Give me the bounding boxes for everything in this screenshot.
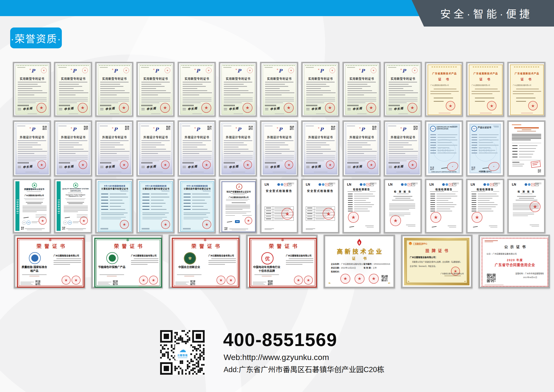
red-seal-stamp: ★	[226, 276, 235, 285]
text-line-bar	[226, 199, 250, 200]
cma-mark: CMA	[531, 183, 535, 186]
corner-flourish: ❧	[388, 281, 391, 285]
text-line-bar	[452, 183, 459, 183]
text-line-bar	[100, 84, 120, 85]
text-line-bar	[275, 113, 284, 114]
text-line-bar	[141, 167, 145, 168]
text-line-bar	[306, 105, 318, 106]
text-line-bar	[306, 149, 331, 150]
text-line-bar	[177, 274, 201, 275]
text-line-bar	[183, 95, 199, 95]
text-line-bar	[389, 110, 392, 110]
text-line-bar	[211, 258, 236, 259]
text-line-bar	[512, 124, 521, 125]
text-line-bar	[406, 225, 416, 225]
text-line-bar	[58, 67, 67, 68]
certificate-content: ❁荣誉证书优中国电动车充换电行业十佳名优品牌广州云酷智能设备有限公司★★	[249, 238, 317, 288]
text-line-bar	[134, 258, 159, 259]
text-line-bar	[471, 191, 485, 192]
certificate-content: ✳P外观设计专利证书申长雨★	[304, 123, 337, 175]
text-line-bar	[208, 260, 236, 261]
text-line-bar	[225, 206, 250, 207]
text-line-bar	[20, 283, 31, 284]
text-line-bar	[436, 211, 452, 211]
text-line-bar	[100, 95, 117, 95]
red-seal-stamp: ★	[371, 68, 376, 73]
patent-logo-p: P	[72, 126, 76, 132]
text-line-bar	[22, 210, 47, 211]
certificate-content: ✳P★实用新型专利证书申长雨★	[98, 64, 131, 115]
website-url: Web:http://www.gzyunku.com	[224, 353, 329, 362]
utility-model-patent-certificate: ✳P★实用新型专利证书申长雨★	[301, 62, 339, 117]
certificate-title: 计算机软件著作权登记证书	[139, 187, 173, 190]
text-line-bar	[141, 142, 161, 143]
text-line-bar	[100, 153, 117, 154]
text-line-bar	[395, 198, 410, 199]
certificate-title: QUALITY MANAGEMENT SYSTEM CERTIFICATE	[62, 188, 89, 192]
text-line-bar	[25, 172, 39, 172]
text-line-bar	[29, 276, 39, 276]
text-line-bar	[286, 262, 313, 263]
issuing-authority: 中华人民共和国国家版权局	[139, 185, 173, 187]
public-notice-certificate: 公示证书公示：广州云酷智能设备有限公司2020 年度广东省守合同重信用企业监管机…	[478, 235, 550, 288]
text-line-bar	[183, 149, 207, 150]
qr-code	[35, 280, 40, 285]
text-line-bar	[141, 157, 170, 158]
cqc-logo: CQC	[471, 126, 477, 132]
text-line-bar	[306, 142, 326, 143]
text-line-bar	[536, 184, 541, 184]
red-seal-stamp: ★	[62, 276, 71, 285]
field-label: 有 效 期：	[364, 267, 373, 269]
text-line-bar	[141, 102, 159, 103]
signature-stroke	[227, 221, 232, 222]
qr-code	[414, 126, 418, 130]
text-line-bar	[101, 203, 108, 203]
text-line-bar	[389, 162, 400, 163]
text-line-bar	[59, 142, 79, 143]
text-line-bar	[58, 126, 67, 126]
text-line-bar	[354, 211, 370, 211]
text-line-bar	[288, 183, 294, 183]
text-line-bar	[141, 162, 153, 163]
award-badge: ✾	[184, 252, 196, 265]
text-line-bar	[439, 113, 450, 113]
text-line-bar	[306, 229, 313, 230]
company-name: 广州云酷智能设备有限公司	[208, 254, 236, 257]
qr-code	[487, 274, 496, 282]
text-line-bar	[475, 89, 498, 89]
text-line-bar	[389, 214, 410, 215]
company-name: 广州云酷智能设备有限公司	[21, 194, 47, 196]
patent-logo-sparks: ✳	[71, 68, 72, 71]
certificate-title: 实用新型专利证书	[98, 77, 131, 81]
text-line-bar	[471, 142, 477, 143]
text-line-bar	[183, 86, 206, 87]
text-line-bar	[183, 90, 207, 91]
certificate-title: 实用新型专利证书	[387, 77, 419, 81]
text-line-bar	[68, 193, 82, 193]
text-line-bar	[59, 166, 62, 167]
lab-logo-circle	[401, 183, 404, 186]
text-line-bar	[347, 149, 372, 150]
text-line-bar	[306, 88, 321, 89]
red-seal-stamp: ★	[446, 101, 455, 111]
text-line-bar	[17, 65, 48, 66]
text-line-bar	[224, 161, 242, 161]
table-col-line	[273, 207, 273, 220]
utility-model-patent-certificate: ✳P★实用新型专利证书申长雨★	[219, 62, 257, 117]
qr-logo-caption: 云酷智能	[177, 353, 188, 357]
text-line-bar	[519, 154, 533, 154]
certificate-content: 广东股权交易中心挂牌证书广州云酷智能设备有限公司：同意贵公司在广东股权交易中心挂…	[404, 238, 470, 285]
cert-body-logo	[73, 183, 78, 188]
text-line-bar	[493, 126, 499, 126]
text-line-bar	[54, 264, 70, 265]
red-seal-stamp: ★	[329, 68, 335, 73]
patent-logo-sparks: ✳	[235, 127, 237, 129]
text-line-bar	[216, 286, 226, 286]
red-seal-stamp: ★	[285, 161, 293, 169]
text-line-bar	[273, 172, 286, 172]
text-line-bar	[265, 98, 294, 98]
certificate-title: 广东省高新技术产品	[428, 72, 461, 75]
patent-logo-sparks: ✳	[277, 68, 278, 71]
text-line-bar	[393, 196, 412, 197]
text-line-bar	[389, 213, 410, 213]
